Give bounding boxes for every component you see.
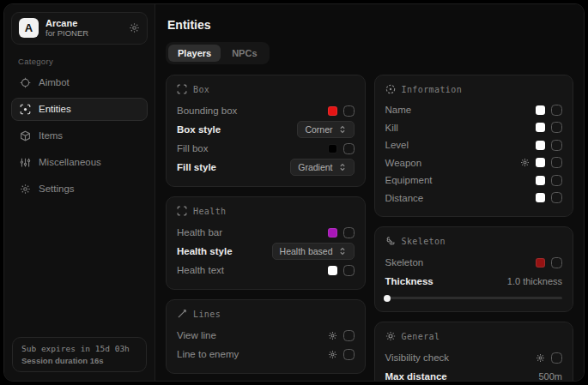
- row-equipment: Equipment: [385, 171, 563, 189]
- checkbox[interactable]: [551, 175, 562, 186]
- checkbox[interactable]: [551, 257, 562, 268]
- setting-label: View line: [177, 330, 216, 340]
- setting-label: Health text: [177, 265, 224, 275]
- gear-icon[interactable]: [536, 353, 545, 363]
- main-content: Entities Players NPCs Box Bounding box: [155, 4, 584, 381]
- sidebar-item-items[interactable]: Items: [11, 124, 148, 147]
- checkbox[interactable]: [551, 105, 562, 116]
- chevrons-up-down-icon: [338, 247, 347, 256]
- color-swatch[interactable]: [536, 123, 545, 132]
- card-title: Box: [193, 85, 209, 94]
- row-skeleton: Skeleton: [385, 253, 563, 272]
- thickness-slider[interactable]: [385, 294, 563, 302]
- row-health-text: Health text: [177, 261, 355, 280]
- row-level: Level: [385, 136, 563, 154]
- color-swatch[interactable]: [328, 266, 337, 275]
- fill-style-dropdown[interactable]: Gradient: [290, 159, 354, 176]
- setting-label: Level: [385, 140, 409, 150]
- row-bounding-box: Bounding box: [177, 101, 355, 120]
- sidebar-item-settings[interactable]: Settings: [11, 177, 148, 201]
- color-swatch[interactable]: [328, 228, 337, 238]
- crosshair-icon: [20, 77, 31, 88]
- gear-icon[interactable]: [328, 350, 337, 359]
- sidebar-nav: Aimbot Entities Items Miscellaneous: [4, 71, 155, 201]
- card-title: General: [402, 332, 440, 341]
- checkbox[interactable]: [551, 192, 562, 203]
- row-box-style: Box style Corner: [177, 120, 355, 139]
- sun-icon: [385, 331, 396, 341]
- setting-label: Visibility check: [385, 352, 450, 363]
- checkbox[interactable]: [343, 227, 355, 238]
- setting-label: Line to enemy: [177, 349, 239, 359]
- sidebar-item-label: Aimbot: [39, 77, 70, 87]
- checkbox[interactable]: [343, 330, 355, 341]
- gear-icon[interactable]: [520, 158, 530, 167]
- checkbox[interactable]: [551, 157, 562, 168]
- max-distance-value: 500m: [538, 371, 562, 381]
- checkbox[interactable]: [343, 105, 355, 117]
- setting-label: Equipment: [385, 175, 433, 185]
- slider-track: [385, 297, 563, 299]
- checkbox[interactable]: [343, 143, 355, 154]
- color-swatch[interactable]: [536, 141, 545, 150]
- row-visibility-check: Visibility check: [385, 348, 563, 367]
- checkbox[interactable]: [343, 349, 355, 360]
- sidebar-item-entities[interactable]: Entities: [11, 98, 148, 121]
- setting-label: Health bar: [177, 227, 222, 238]
- color-swatch[interactable]: [536, 193, 545, 202]
- color-swatch[interactable]: [328, 144, 337, 153]
- subscription-info: Sub expires in 15d 03h Session duration …: [12, 337, 147, 372]
- slider-thumb[interactable]: [384, 295, 391, 302]
- category-label: Category: [18, 57, 155, 66]
- sidebar-item-label: Items: [39, 130, 63, 141]
- row-health-style: Health style Health based: [177, 242, 355, 261]
- setting-label: Thickness: [385, 276, 433, 286]
- setting-label: Name: [385, 105, 412, 115]
- row-distance: Distance: [385, 189, 563, 208]
- dropdown-value: Gradient: [298, 162, 332, 172]
- chevrons-up-down-icon: [338, 163, 347, 171]
- dropdown-value: Corner: [305, 124, 332, 135]
- setting-label: Distance: [385, 193, 424, 203]
- checkbox[interactable]: [551, 122, 562, 133]
- box-style-dropdown[interactable]: Corner: [297, 121, 354, 138]
- thickness-value: 1.0 thickness: [507, 276, 562, 286]
- color-swatch[interactable]: [536, 258, 545, 268]
- row-thickness: Thickness 1.0 thickness: [385, 272, 563, 291]
- sidebar-item-label: Entities: [39, 104, 71, 114]
- row-health-bar: Health bar: [177, 223, 355, 242]
- checkbox[interactable]: [343, 265, 355, 276]
- tab-npcs[interactable]: NPCs: [222, 45, 266, 62]
- card-title: Information: [402, 85, 463, 94]
- setting-label: Health style: [177, 246, 233, 256]
- app-title: Arcane: [45, 18, 122, 29]
- color-swatch[interactable]: [328, 106, 337, 116]
- health-style-dropdown[interactable]: Health based: [272, 243, 355, 260]
- setting-label: Weapon: [385, 158, 422, 168]
- information-card: Information Name Kill: [374, 75, 574, 217]
- color-swatch[interactable]: [536, 105, 545, 115]
- skeleton-card: Skeleton Skeleton Thickness 1.0 thicknes…: [374, 226, 574, 312]
- setting-label: Kill: [385, 123, 398, 133]
- general-card: General Visibility check Max distance: [374, 322, 574, 381]
- tab-bar: Players NPCs: [166, 42, 270, 64]
- sidebar-item-aimbot[interactable]: Aimbot: [11, 71, 148, 94]
- setting-label: Skeleton: [385, 257, 424, 268]
- sidebar-item-label: Miscellaneous: [39, 157, 101, 167]
- row-fill-style: Fill style Gradient: [177, 158, 355, 177]
- checkbox[interactable]: [551, 140, 562, 151]
- color-swatch[interactable]: [536, 176, 545, 185]
- sidebar: A Arcane for PIONER Category Aimbot: [4, 4, 155, 381]
- gear-icon[interactable]: [328, 331, 337, 340]
- diagonal-line-icon: [177, 309, 187, 319]
- card-title: Lines: [193, 310, 221, 319]
- app-window: A Arcane for PIONER Category Aimbot: [3, 3, 585, 382]
- gear-icon[interactable]: [129, 22, 140, 33]
- screen: A Arcane for PIONER Category Aimbot: [0, 0, 588, 385]
- sliders-icon: [20, 157, 31, 168]
- color-swatch[interactable]: [536, 158, 545, 167]
- checkbox[interactable]: [551, 352, 562, 364]
- tab-players[interactable]: Players: [168, 45, 221, 62]
- sidebar-item-miscellaneous[interactable]: Miscellaneous: [11, 151, 148, 174]
- chevrons-up-down-icon: [338, 125, 347, 134]
